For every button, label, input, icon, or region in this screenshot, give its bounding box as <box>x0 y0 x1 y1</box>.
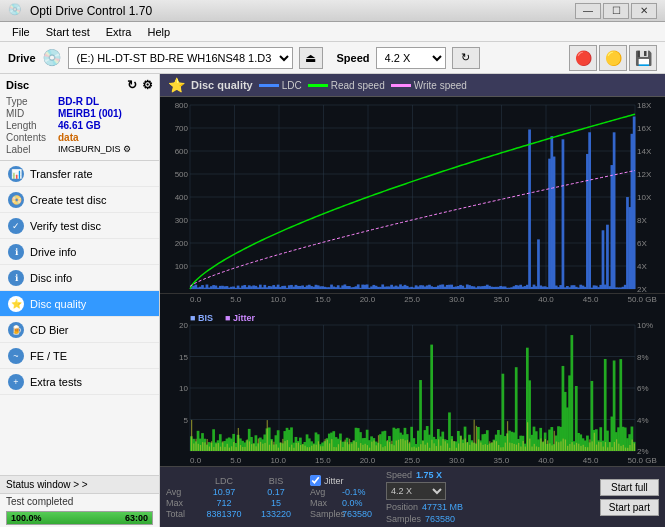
jitter-max-row: Max 0.0% <box>310 498 372 508</box>
nav-disc-info[interactable]: ℹ Disc info <box>0 265 159 291</box>
nav-cd-bier[interactable]: 🍺 CD Bier <box>0 317 159 343</box>
app-icon: 💿 <box>8 3 24 19</box>
stats-avg-label: Avg <box>166 487 194 497</box>
speed-stat-label: Speed <box>386 470 412 480</box>
start-part-button[interactable]: Start part <box>600 499 659 516</box>
menu-help[interactable]: Help <box>139 24 178 40</box>
drive-select[interactable]: (E:) HL-DT-ST BD-RE WH16NS48 1.D3 <box>68 47 293 69</box>
maximize-button[interactable]: ☐ <box>603 3 629 19</box>
dq-icon: ⭐ <box>168 77 185 93</box>
stats-avg-ldc: 10.97 <box>198 487 250 497</box>
speed-stat-select[interactable]: 4.2 X <box>386 482 446 500</box>
stats-total-bis: 133220 <box>254 509 298 519</box>
minimize-button[interactable]: — <box>575 3 601 19</box>
disc-length-row: Length 46.61 GB <box>6 120 153 131</box>
disc-mid-value: MEIRB1 (001) <box>58 108 122 119</box>
menu-file[interactable]: File <box>4 24 38 40</box>
right-panel: ⭐ Disc quality LDC Read speed Write spee… <box>160 74 665 527</box>
jitter-samples-row: Samples 763580 <box>310 509 372 519</box>
legend-read-label: Read speed <box>331 80 385 91</box>
status-window-button[interactable]: Status window > > <box>0 476 159 494</box>
refresh-speed-button[interactable]: ↻ <box>452 47 480 69</box>
nav-label-cd-bier: CD Bier <box>30 324 69 336</box>
speed-row: Speed 1.75 X <box>386 470 463 480</box>
status-completed-text: Test completed <box>0 494 159 509</box>
stats-ldc-header: LDC <box>198 476 250 486</box>
stats-max-row: Max 712 15 <box>166 498 298 508</box>
legend-read-speed: Read speed <box>308 80 385 91</box>
stats-max-bis: 15 <box>254 498 298 508</box>
jitter-avg-val: -0.1% <box>342 487 366 497</box>
toolbar-buttons: 🔴 🟡 💾 <box>569 45 657 71</box>
gb-axis-1: 0.05.010.015.020.025.030.035.040.045.050… <box>160 294 665 305</box>
nav-icon-drive: ℹ <box>8 244 24 260</box>
nav-drive-info[interactable]: ℹ Drive info <box>0 239 159 265</box>
nav-disc-quality[interactable]: ⭐ Disc quality <box>0 291 159 317</box>
nav-create-test[interactable]: 📀 Create test disc <box>0 187 159 213</box>
toolbar-btn-2[interactable]: 🟡 <box>599 45 627 71</box>
progress-time: 63:00 <box>125 513 148 523</box>
speed-select[interactable]: 4.2 X 1.0 X 2.0 X 8.0 X <box>376 47 446 69</box>
legend-ldc-label: LDC <box>282 80 302 91</box>
nav-fe-te[interactable]: ~ FE / TE <box>0 343 159 369</box>
position-value: 47731 MB <box>422 502 463 512</box>
nav-verify-test[interactable]: ✓ Verify test disc <box>0 213 159 239</box>
legend-write-speed: Write speed <box>391 80 467 91</box>
stats-bis-header: BIS <box>254 476 298 486</box>
nav-extra-tests[interactable]: + Extra tests <box>0 369 159 395</box>
nav-section: 📊 Transfer rate 📀 Create test disc ✓ Ver… <box>0 161 159 475</box>
position-row: Position 47731 MB <box>386 502 463 512</box>
toolbar-btn-3[interactable]: 💾 <box>629 45 657 71</box>
disc-label-row: Label IMGBURN_DIS ⚙ <box>6 144 153 155</box>
start-full-button[interactable]: Start full <box>600 479 659 496</box>
samples-row: Samples 763580 <box>386 514 463 524</box>
stats-table: LDC BIS Avg 10.97 0.17 Max 712 15 Total … <box>166 476 298 519</box>
drive-icon: 💿 <box>42 48 62 67</box>
disc-contents-value: data <box>58 132 79 143</box>
disc-section-header: Disc ↻ ⚙ <box>6 78 153 92</box>
samples-value: 763580 <box>425 514 455 524</box>
action-buttons: Start full Start part <box>600 479 659 516</box>
jitter-checkbox[interactable] <box>310 475 321 486</box>
status-window-label: Status window > > <box>6 479 88 490</box>
disc-contents-row: Contents data <box>6 132 153 143</box>
stats-headers: LDC BIS <box>166 476 298 486</box>
stats-total-label: Total <box>166 509 194 519</box>
status-section: Status window > > Test completed 100.0% … <box>0 475 159 527</box>
toolbar-btn-1[interactable]: 🔴 <box>569 45 597 71</box>
disc-header-icons: ↻ ⚙ <box>127 78 153 92</box>
nav-label-extra: Extra tests <box>30 376 82 388</box>
menu-start-test[interactable]: Start test <box>38 24 98 40</box>
label-icon: ⚙ <box>123 144 131 155</box>
legend-write-color <box>391 84 411 87</box>
disc-label-value: IMGBURN_DIS <box>58 144 121 155</box>
disc-mid-row: MID MEIRB1 (001) <box>6 108 153 119</box>
close-button[interactable]: ✕ <box>631 3 657 19</box>
progress-text: 100.0% 63:00 <box>7 512 152 524</box>
progress-percent: 100.0% <box>11 513 42 523</box>
stats-max-label: Max <box>166 498 194 508</box>
menu-extra[interactable]: Extra <box>98 24 140 40</box>
progress-bar-container: 100.0% 63:00 <box>6 511 153 525</box>
disc-type-value: BD-R DL <box>58 96 99 107</box>
jitter-checkbox-row: Jitter <box>310 475 372 486</box>
nav-icon-cd-bier: 🍺 <box>8 322 24 338</box>
disc-info-section: Disc ↻ ⚙ Type BD-R DL MID MEIRB1 (001) L… <box>0 74 159 161</box>
jitter-label: Jitter <box>324 476 344 486</box>
nav-label-create: Create test disc <box>30 194 106 206</box>
disc-refresh-icon[interactable]: ↻ <box>127 78 137 92</box>
nav-icon-disc-quality: ⭐ <box>8 296 24 312</box>
bis-chart-container <box>160 305 665 455</box>
ldc-chart-canvas <box>160 97 665 293</box>
disc-quality-header: ⭐ Disc quality LDC Read speed Write spee… <box>160 74 665 97</box>
disc-settings-icon[interactable]: ⚙ <box>142 78 153 92</box>
disc-length-value: 46.61 GB <box>58 120 101 131</box>
nav-label-disc-quality: Disc quality <box>30 298 86 310</box>
eject-button[interactable]: ⏏ <box>299 47 323 69</box>
nav-transfer-rate[interactable]: 📊 Transfer rate <box>0 161 159 187</box>
drive-bar: Drive 💿 (E:) HL-DT-ST BD-RE WH16NS48 1.D… <box>0 42 665 74</box>
speed-section: Speed 1.75 X 4.2 X Position 47731 MB Sam… <box>386 470 463 524</box>
legend-ldc: LDC <box>259 80 302 91</box>
nav-label-fe-te: FE / TE <box>30 350 67 362</box>
nav-icon-disc-info: ℹ <box>8 270 24 286</box>
